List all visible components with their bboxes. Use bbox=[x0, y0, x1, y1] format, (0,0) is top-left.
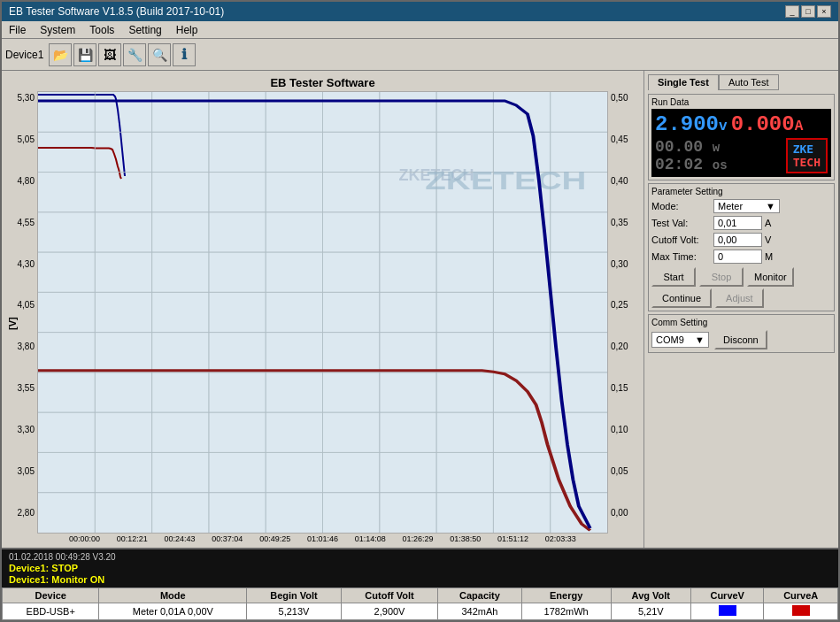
adjust-button[interactable]: Adjust bbox=[715, 288, 764, 308]
monitor-button[interactable]: Monitor bbox=[747, 267, 794, 287]
title-bar-title: EB Tester Software V1.8.5 (Build 2017-10… bbox=[9, 5, 224, 18]
mode-label: Mode: bbox=[651, 201, 713, 211]
x-axis: 00:00:00 00:12:21 00:24:43 00:37:04 00:4… bbox=[5, 534, 640, 544]
cell-begin-volt: 5,213V bbox=[247, 603, 342, 620]
curve-v-color bbox=[719, 605, 736, 616]
cell-device: EBD-USB+ bbox=[3, 603, 99, 620]
power-time-row: 00.00 w 02:02 os ZKE TECH bbox=[655, 138, 828, 173]
menu-system[interactable]: System bbox=[33, 22, 82, 38]
open-button[interactable]: 📂 bbox=[49, 43, 72, 66]
voltage-unit: v bbox=[719, 119, 728, 134]
zke-logo-top: ZKE bbox=[793, 142, 821, 156]
comm-setting-section: Comm Setting COM9 ▼ Disconn bbox=[648, 314, 835, 353]
menu-setting[interactable]: Setting bbox=[121, 22, 168, 38]
col-avg-volt: Avg Volt bbox=[611, 588, 690, 603]
settings-button[interactable]: 🔧 bbox=[123, 43, 146, 66]
max-time-row: Max Time: M bbox=[651, 250, 831, 264]
col-device: Device bbox=[3, 588, 99, 603]
zke-logo: ZKE TECH bbox=[786, 138, 828, 173]
col-energy: Energy bbox=[521, 588, 611, 603]
menu-help[interactable]: Help bbox=[169, 22, 205, 38]
max-time-unit: M bbox=[765, 251, 773, 262]
status-line3: Device1: Monitor ON bbox=[9, 574, 831, 585]
power-time-group: 00.00 w 02:02 os bbox=[655, 138, 728, 173]
cell-capacity: 342mAh bbox=[438, 603, 521, 620]
cutoff-volt-unit: V bbox=[765, 234, 771, 245]
tab-single-test[interactable]: Single Test bbox=[648, 74, 719, 90]
run-data-display: 2.900 v 0.000 A 00.00 w 0 bbox=[651, 109, 831, 177]
table-row: EBD-USB+ Meter 0,01A 0,00V 5,213V 2,900V… bbox=[3, 603, 838, 620]
tab-bar: Single Test Auto Test bbox=[648, 74, 835, 90]
status-line2: Device1: STOP bbox=[9, 563, 831, 573]
max-time-input[interactable] bbox=[713, 250, 762, 264]
title-bar-controls: _ □ × bbox=[785, 5, 831, 18]
com-dropdown-arrow-icon: ▼ bbox=[695, 334, 705, 345]
voltage-display: 2.900 bbox=[655, 112, 719, 136]
voltage-polyline bbox=[38, 371, 590, 531]
test-val-input[interactable] bbox=[713, 216, 762, 230]
voltage-current-row: 2.900 v 0.000 A bbox=[655, 112, 828, 136]
cell-curvev[interactable] bbox=[690, 603, 764, 620]
com-port-dropdown[interactable]: COM9 ▼ bbox=[651, 332, 709, 348]
info-button[interactable]: ℹ bbox=[173, 43, 196, 66]
tab-auto-test[interactable]: Auto Test bbox=[719, 74, 779, 90]
y-axis-left-unit: [V] bbox=[7, 312, 18, 330]
start-button[interactable]: Start bbox=[651, 267, 696, 287]
close-button[interactable]: × bbox=[817, 5, 831, 18]
bottom-area: 01.02.2018 00:49:28 V3.20 Device1: STOP … bbox=[2, 548, 838, 620]
status-bar: 01.02.2018 00:49:28 V3.20 Device1: STOP … bbox=[2, 549, 838, 587]
save-button[interactable]: 💾 bbox=[73, 43, 96, 66]
max-time-label: Max Time: bbox=[651, 251, 713, 262]
col-begin-volt: Begin Volt bbox=[247, 588, 342, 603]
menu-bar: File System Tools Setting Help bbox=[2, 21, 838, 39]
status-line1: 01.02.2018 00:49:28 V3.20 bbox=[9, 552, 831, 562]
stop-button[interactable]: Stop bbox=[699, 267, 744, 287]
device-label: Device1 bbox=[5, 49, 43, 61]
chart-plot-area: ZKETECH bbox=[37, 91, 608, 534]
mode-dropdown[interactable]: Meter ▼ bbox=[713, 199, 780, 213]
cell-curvea[interactable] bbox=[764, 603, 838, 620]
mode-row: Mode: Meter ▼ bbox=[651, 199, 831, 213]
com-port-value: COM9 bbox=[656, 334, 684, 345]
chart-section: EB Tester Software 5,30 5,05 4,80 4,55 4… bbox=[2, 71, 643, 548]
test-val-label: Test Val: bbox=[651, 218, 713, 228]
right-panel: Single Test Auto Test Run Data 2.900 v 0… bbox=[643, 71, 838, 548]
minimize-button[interactable]: _ bbox=[785, 5, 799, 18]
dropdown-arrow-icon: ▼ bbox=[766, 201, 775, 211]
col-curvea: CurveA bbox=[764, 588, 838, 603]
cutoff-volt-row: Cutoff Volt: V bbox=[651, 233, 831, 247]
comm-row: COM9 ▼ Disconn bbox=[651, 330, 831, 349]
run-data-section: Run Data 2.900 v 0.000 A 00.00 bbox=[648, 94, 835, 180]
disconnect-button[interactable]: Disconn bbox=[714, 330, 767, 349]
cutoff-volt-input[interactable] bbox=[713, 233, 762, 247]
parameter-setting-section: Parameter Setting Mode: Meter ▼ Test Val… bbox=[648, 183, 835, 311]
image-button[interactable]: 🖼 bbox=[98, 43, 121, 66]
time-display: 02:02 os bbox=[655, 156, 728, 173]
cutoff-volt-label: Cutoff Volt: bbox=[651, 234, 713, 245]
cell-energy: 1782mWh bbox=[521, 603, 611, 620]
zke-logo-bottom: TECH bbox=[793, 156, 821, 169]
title-bar: EB Tester Software V1.8.5 (Build 2017-10… bbox=[2, 2, 838, 21]
power-display: 00.00 w bbox=[655, 138, 728, 156]
menu-file[interactable]: File bbox=[2, 22, 33, 38]
parameter-setting-label: Parameter Setting bbox=[651, 187, 831, 196]
content-area: EB Tester Software 5,30 5,05 4,80 4,55 4… bbox=[2, 71, 838, 548]
button-row-1: Start Stop Monitor bbox=[651, 267, 831, 287]
maximize-button[interactable]: □ bbox=[801, 5, 815, 18]
run-data-label: Run Data bbox=[651, 97, 831, 107]
cell-mode: Meter 0,01A 0,00V bbox=[99, 603, 247, 620]
continue-button[interactable]: Continue bbox=[651, 288, 712, 308]
chart-svg-scaled: ZKETECH bbox=[38, 92, 607, 533]
curve-a-color bbox=[792, 605, 810, 616]
comm-setting-label: Comm Setting bbox=[651, 318, 831, 327]
current-display: 0.000 bbox=[731, 112, 795, 136]
app-window: EB Tester Software V1.8.5 (Build 2017-10… bbox=[0, 0, 840, 622]
col-mode: Mode bbox=[99, 588, 247, 603]
cell-avg-volt: 5,21V bbox=[611, 603, 690, 620]
col-capacity: Capacity bbox=[438, 588, 521, 603]
menu-tools[interactable]: Tools bbox=[82, 22, 121, 38]
watermark-text: ZKETECH bbox=[425, 165, 586, 195]
test-val-row: Test Val: A bbox=[651, 216, 831, 230]
y-axis-right: 0,50 0,45 0,40 0,35 0,30 0,25 0,20 0,15 … bbox=[608, 91, 640, 534]
search-button[interactable]: 🔍 bbox=[148, 43, 171, 66]
